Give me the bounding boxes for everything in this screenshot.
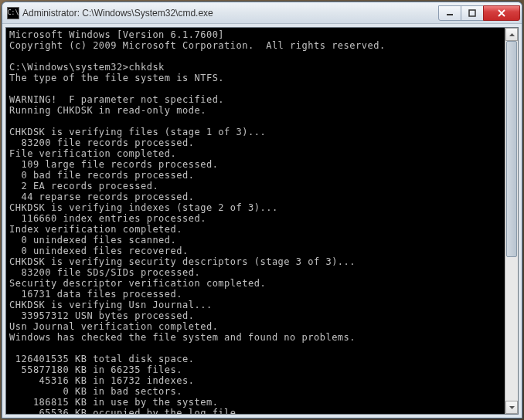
scroll-thumb[interactable] <box>506 41 517 257</box>
cmd-icon: C:\ <box>7 7 19 19</box>
maximize-icon <box>468 9 476 17</box>
maximize-button[interactable] <box>461 5 484 21</box>
vertical-scrollbar[interactable] <box>505 28 518 414</box>
svg-rect-1 <box>469 10 475 16</box>
chevron-down-icon <box>509 406 515 409</box>
minimize-icon <box>446 9 454 17</box>
terminal-output[interactable]: Microsoft Windows [Version 6.1.7600] Cop… <box>6 28 505 414</box>
terminal-area: Microsoft Windows [Version 6.1.7600] Cop… <box>5 27 519 415</box>
close-button[interactable] <box>483 5 520 21</box>
close-icon <box>497 9 506 17</box>
cmd-window: C:\ Administrator: C:\Windows\System32\c… <box>2 2 522 418</box>
titlebar[interactable]: C:\ Administrator: C:\Windows\System32\c… <box>2 2 522 24</box>
window-title: Administrator: C:\Windows\System32\cmd.e… <box>22 8 439 19</box>
scroll-up-button[interactable] <box>505 28 518 41</box>
scroll-down-button[interactable] <box>505 401 518 414</box>
chevron-up-icon <box>509 33 515 36</box>
svg-rect-0 <box>447 14 453 15</box>
scroll-track[interactable] <box>505 41 518 401</box>
window-controls <box>439 5 520 21</box>
minimize-button[interactable] <box>438 5 461 21</box>
